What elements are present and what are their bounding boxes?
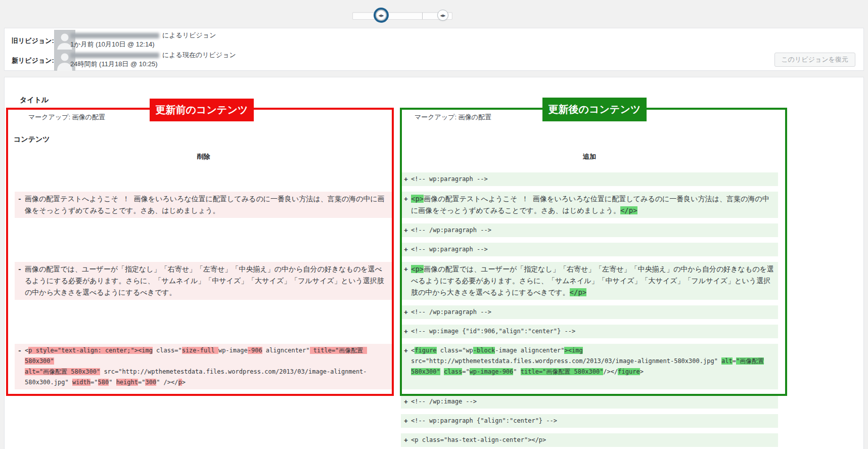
diff-text-segment: > — [640, 368, 644, 375]
removed-sign: - — [18, 345, 22, 356]
diff-highlight-segment: figure — [415, 347, 436, 354]
diff-line: 580x300" class="wp-image-906" title="画像配… — [411, 367, 774, 377]
diff-card: タイトル マークアップ: 画像の配置 マークアップ: 画像の配置 コンテンツ 削… — [4, 77, 864, 449]
diff-text-segment: <!-- wp:paragraph --> — [411, 175, 488, 183]
diff-line: <figure class="wp-block-image aligncente… — [411, 345, 774, 356]
deleted-diff-cell — [15, 414, 392, 428]
title-old-value: マークアップ: 画像の配置 — [15, 112, 392, 123]
title-new-value: マークアップ: 画像の配置 — [401, 112, 778, 123]
revision-meta-card: 旧リビジョン: によるリビジョン 1か月前 (10月10日 @ 12:14) 新… — [4, 28, 864, 71]
content-section-heading: コンテンツ — [14, 134, 863, 144]
diff-line: <p>画像の配置テストへようこそ ！ 画像をいろいろな位置に配置してみるのに一番… — [411, 193, 774, 216]
diff-highlight-segment: <p> — [411, 265, 424, 273]
deleted-diff-cell: -画像の配置では、ユーザーが「指定なし」「右寄せ」「左寄せ」「中央揃え」の中から… — [15, 262, 392, 300]
deleted-diff-cell: -画像の配置テストへようこそ ！ 画像をいろいろな位置に配置してみるのに一番良い… — [15, 192, 392, 218]
diff-highlight-segment: class — [444, 368, 462, 375]
new-revision-row: 新リビジョン: による現在のリビジョン 24時間前 (11月18日 @ 10:2… — [5, 50, 863, 71]
old-revision-time: 1か月前 (10月10日 @ 12:14) — [70, 40, 216, 49]
diff-highlight-segment: 300 — [145, 379, 156, 386]
diff-highlight-segment: wp-image-906 — [470, 368, 514, 375]
added-diff-cell: +<p>画像の配置では、ユーザーが「指定なし」「右寄せ」「左寄せ」「中央揃え」の… — [401, 262, 778, 300]
added-sign: + — [404, 435, 408, 445]
diff-highlight-segment: title="画像配置 580x300" — [521, 368, 604, 375]
title-section-heading: タイトル — [20, 95, 863, 105]
diff-highlight-segment: ><img — [564, 347, 582, 354]
removed-sign: - — [18, 193, 22, 205]
deleted-diff-cell — [15, 243, 392, 256]
added-sign: + — [404, 416, 408, 426]
diff-text-segment: aligncenter" — [262, 347, 310, 354]
left-right-arrows-icon: ◀▶ — [379, 14, 384, 17]
added-sign: + — [404, 244, 408, 255]
diff-line: <p class="has-text-align-center"></p> — [411, 435, 774, 445]
added-diff-cell: +<!-- wp:paragraph {"align":"center"} --… — [401, 414, 778, 428]
diff-text-segment: <!-- wp:image {"id":906,"align":"center"… — [411, 328, 575, 335]
diff-highlight-segment: size-full — [182, 347, 218, 354]
restore-revision-button[interactable]: このリビジョンを復元 — [774, 53, 855, 67]
diff-line: <!-- wp:paragraph --> — [411, 174, 774, 185]
new-revision-byline: による現在のリビジョン — [162, 51, 236, 59]
diff-highlight-segment: figure — [618, 368, 639, 375]
diff-text-segment: 580x300.jpg" — [25, 379, 72, 386]
redacted-author — [70, 33, 159, 38]
added-diff-cell: +<!-- /wp:image --> — [401, 395, 778, 409]
added-diff-cell: +<figure class="wp-block-image aligncent… — [401, 344, 778, 389]
added-diff-cell: +<!-- /wp:paragraph --> — [401, 305, 778, 319]
new-revision-meta: による現在のリビジョン 24時間前 (11月18日 @ 10:25) — [70, 51, 236, 69]
diff-text-segment: /></ — [603, 368, 618, 375]
old-revision-byline: によるリビジョン — [162, 31, 216, 39]
diff-highlight-segment: <p> — [411, 195, 424, 203]
diff-text-segment: src="http://wpthemetestdata.files.wordpr… — [411, 357, 721, 365]
diff-line: <!-- /wp:paragraph --> — [411, 225, 774, 236]
old-revision-row: 旧リビジョン: によるリビジョン 1か月前 (10月10日 @ 12:14) — [5, 30, 863, 51]
diff-highlight-segment: height — [116, 379, 138, 386]
deleted-column-header: 削除 — [15, 152, 392, 161]
diff-line: 580x300.jpg" width="580" height="300" />… — [25, 377, 388, 388]
diff-highlight-segment: alt — [721, 357, 733, 365]
revision-slider-bar: ◀▶ ◀▶ — [0, 0, 868, 28]
diff-line: src="http://wpthemetestdata.files.wordpr… — [411, 356, 774, 367]
deleted-diff-cell — [15, 172, 392, 186]
added-sign: + — [404, 174, 408, 185]
deleted-diff-cell — [15, 305, 392, 319]
diff-column-headers: 削除 追加 — [5, 152, 863, 161]
deleted-diff-cell — [15, 223, 392, 237]
diff-text-segment: wp-image — [218, 347, 248, 354]
diff-text-segment: class="wp — [437, 347, 473, 354]
added-sign: + — [404, 307, 408, 318]
revision-slider[interactable]: ◀▶ ◀▶ — [352, 11, 451, 21]
old-revision-label: 旧リビジョン: — [12, 36, 54, 46]
diff-line: 画像の配置テストへようこそ ！ 画像をいろいろな位置に配置してみるのに一番良い方… — [25, 193, 388, 216]
diff-highlight-segment: "画像配置 — [736, 357, 764, 365]
diff-highlight-segment: </p> — [570, 288, 587, 296]
diff-text-segment: > — [182, 379, 186, 386]
added-diff-cell: +<p class="has-text-align-center"></p> — [401, 433, 778, 447]
diff-text-segment: 画像の配置テストへようこそ ！ 画像をいろいろな位置に配置してみるのに一番良い方… — [25, 195, 385, 214]
added-diff-cell: +<!-- wp:image {"id":906,"align":"center… — [401, 325, 778, 338]
diff-text-segment: 画像の配置では、ユーザーが「指定なし」「右寄せ」「左寄せ」「中央揃え」の中から自… — [411, 265, 774, 296]
added-column-header: 追加 — [401, 152, 778, 161]
diff-line: <!-- /wp:paragraph --> — [411, 307, 774, 318]
diff-line: <p style="text-align: center;"><img clas… — [25, 345, 388, 367]
diff-text-segment: <!-- /wp:paragraph --> — [411, 227, 491, 234]
diff-text-segment: <!-- /wp:image --> — [411, 398, 477, 405]
added-sign: + — [404, 263, 408, 275]
diff-text-segment: <!-- /wp:paragraph --> — [411, 308, 491, 316]
diff-text-segment: -image aligncenter" — [495, 347, 564, 354]
diff-text-segment: =" — [90, 379, 98, 386]
diff-text-segment: class=" — [153, 347, 182, 354]
slider-handle-to[interactable]: ◀▶ — [437, 10, 448, 21]
diff-rows: +<!-- wp:paragraph -->-画像の配置テストへようこそ ！ 画… — [5, 172, 863, 447]
added-sign: + — [404, 193, 408, 205]
slider-handle-from[interactable]: ◀▶ — [376, 10, 387, 21]
diff-text-segment: <!-- wp:paragraph --> — [411, 246, 488, 253]
diff-text-segment: <p class="has-text-align-center"></p> — [411, 436, 546, 443]
added-diff-cell: +<!-- wp:paragraph --> — [401, 243, 778, 256]
diff-highlight-segment: p style="text-align: center;"><img — [28, 347, 153, 354]
diff-text-segment — [440, 368, 444, 375]
diff-line: <!-- wp:paragraph --> — [411, 244, 774, 255]
added-sign: + — [404, 326, 408, 337]
diff-highlight-segment: 580 — [98, 379, 109, 386]
diff-text-segment: src="http://wpthemetestdata.files.wordpr… — [100, 368, 367, 375]
diff-text-segment: = — [733, 357, 736, 365]
